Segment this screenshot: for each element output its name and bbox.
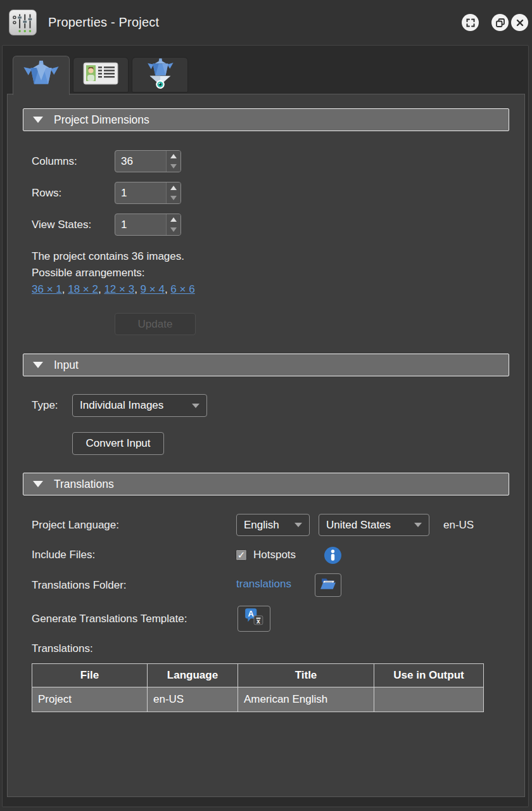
translations-folder-link[interactable]: translations — [236, 578, 291, 591]
table-cell[interactable]: en-US — [148, 687, 238, 712]
close-button[interactable] — [511, 14, 528, 31]
properties-sliders-icon — [9, 10, 37, 35]
id-card-icon — [83, 61, 118, 89]
down-arrow-icon — [170, 196, 177, 200]
locale-code: en-US — [443, 514, 474, 536]
section-header-translations[interactable]: Translations — [23, 473, 509, 495]
window-title: Properties - Project — [48, 0, 159, 45]
view-states-spinner[interactable]: 1 — [115, 214, 181, 236]
collapse-arrow-icon — [33, 362, 43, 368]
spin-down-button[interactable] — [167, 162, 180, 172]
spin-down-button[interactable] — [167, 225, 180, 236]
link-separator: , — [165, 283, 170, 295]
table-column-header: Title — [238, 664, 374, 687]
up-arrow-icon — [170, 217, 177, 222]
table-cell[interactable]: Project — [32, 687, 148, 712]
table-header-row: FileLanguageTitleUse in Output — [32, 664, 484, 687]
spin-up-button[interactable] — [167, 182, 180, 193]
down-arrow-icon — [170, 227, 177, 232]
up-arrow-icon — [170, 154, 177, 158]
type-label: Type: — [32, 394, 58, 417]
chevron-down-icon — [414, 523, 422, 527]
view-states-value[interactable]: 1 — [115, 214, 166, 235]
collapse-arrow-icon — [33, 481, 43, 487]
tab-metadata[interactable] — [73, 57, 129, 93]
link-separator: , — [62, 283, 68, 295]
input-type-dropdown[interactable]: Individual Images — [72, 394, 207, 417]
table-cell[interactable] — [374, 687, 484, 712]
titlebar: Properties - Project — [0, 0, 532, 45]
svg-text:x: x — [256, 618, 260, 625]
translations-folder-label: Translations Folder: — [32, 573, 127, 597]
arrangement-link[interactable]: 12 × 3 — [104, 283, 134, 295]
arrangement-link[interactable]: 36 × 1 — [32, 283, 62, 295]
table-column-header: Language — [148, 664, 238, 687]
info-icon[interactable] — [324, 546, 342, 565]
spin-down-button[interactable] — [167, 193, 180, 204]
tab-viewer[interactable] — [132, 57, 188, 93]
spin-up-button[interactable] — [167, 151, 180, 162]
expand-button[interactable] — [462, 14, 479, 31]
generate-template-label: Generate Translations Template: — [32, 606, 187, 632]
translations-list-label: Translations: — [32, 642, 93, 655]
arrangement-link[interactable]: 6 × 6 — [170, 283, 194, 295]
rows-label: Rows: — [32, 187, 115, 200]
open-folder-icon — [320, 577, 337, 594]
browse-folder-button[interactable] — [315, 573, 341, 597]
input-type-value: Individual Images — [80, 399, 163, 412]
up-arrow-icon — [170, 186, 177, 190]
translations-table: FileLanguageTitleUse in Output Projecten… — [32, 663, 484, 712]
columns-label: Columns: — [32, 155, 115, 168]
tab-project[interactable] — [13, 56, 70, 95]
columns-value[interactable]: 36 — [115, 151, 166, 172]
teapot-icon — [22, 60, 60, 92]
project-contains-text: The project contains 36 images. — [32, 250, 184, 263]
generate-template-button[interactable]: A x — [238, 606, 270, 632]
table-row[interactable]: Projecten-USAmerican English — [32, 687, 484, 712]
down-arrow-icon — [170, 164, 177, 169]
view-states-row: View States: 1 — [32, 214, 181, 236]
section-title: Input — [54, 359, 79, 372]
rows-value[interactable]: 1 — [115, 182, 166, 203]
float-button[interactable] — [491, 14, 509, 31]
possible-arrangements-text: Possible arrangements: — [32, 267, 145, 279]
hotspots-checkbox[interactable]: ✓ — [236, 549, 247, 561]
link-separator: , — [134, 283, 140, 295]
arrangement-link[interactable]: 9 × 4 — [141, 283, 165, 295]
link-separator: , — [98, 283, 104, 295]
section-title: Translations — [54, 478, 114, 491]
table-column-header: File — [32, 664, 148, 687]
include-files-label: Include Files: — [32, 549, 95, 561]
convert-input-button[interactable]: Convert Input — [72, 432, 164, 455]
arrangement-links: 36 × 1, 18 × 2, 12 × 3, 9 × 4, 6 × 6 — [32, 283, 195, 296]
language-value: English — [244, 519, 279, 532]
project-language-label: Project Language: — [32, 514, 119, 536]
chevron-down-icon — [192, 404, 200, 408]
translate-icon: A x — [244, 607, 264, 630]
arrangement-link[interactable]: 18 × 2 — [68, 283, 98, 295]
table-column-header: Use in Output — [374, 664, 484, 687]
checkmark-icon: ✓ — [238, 549, 246, 561]
update-button[interactable]: Update — [115, 313, 196, 335]
chevron-down-icon — [294, 523, 302, 527]
collapse-arrow-icon — [33, 117, 43, 123]
section-header-input[interactable]: Input — [23, 354, 509, 376]
view-states-label: View States: — [32, 219, 115, 231]
columns-row: Columns: 36 — [32, 150, 181, 172]
teapot-eye-icon — [141, 57, 180, 93]
table-cell[interactable]: American English — [238, 687, 374, 712]
spin-up-button[interactable] — [167, 214, 180, 225]
region-value: United States — [326, 519, 391, 532]
rows-spinner[interactable]: 1 — [115, 182, 181, 204]
language-dropdown[interactable]: English — [236, 514, 310, 536]
hotspots-label: Hotspots — [253, 549, 296, 561]
section-title: Project Dimensions — [54, 113, 149, 127]
columns-spinner[interactable]: 36 — [115, 150, 181, 172]
region-dropdown[interactable]: United States — [319, 514, 429, 536]
rows-row: Rows: 1 — [32, 182, 181, 204]
svg-text:A: A — [248, 609, 254, 618]
section-header-project-dimensions[interactable]: Project Dimensions — [23, 108, 509, 131]
